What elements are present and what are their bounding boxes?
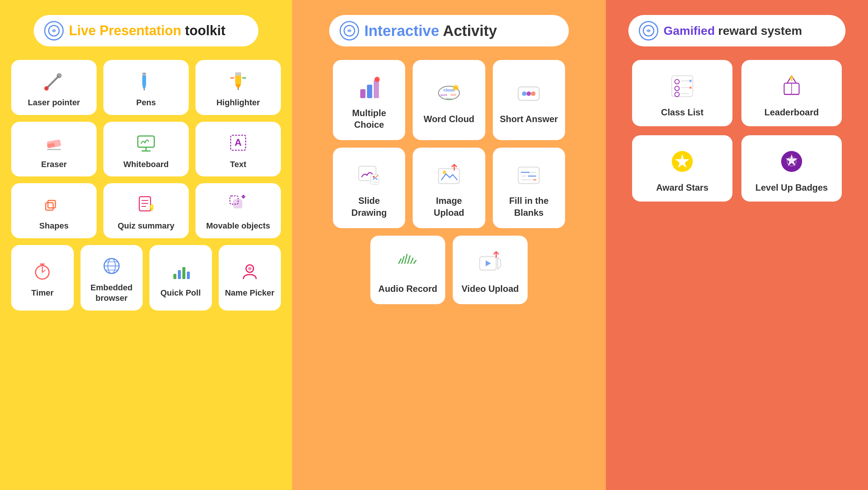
svg-text:ideas: ideas (446, 97, 452, 100)
live-presentation-title: Live Presentation toolkit (69, 23, 225, 39)
quiz-summary-card[interactable]: ★ Quiz summary (103, 183, 189, 238)
quiz-summary-icon: ★ (134, 192, 158, 216)
name-picker-label: Name Picker (225, 288, 274, 299)
embedded-browser-label: Embedded browser (86, 282, 138, 304)
svg-point-104 (675, 79, 679, 84)
svg-rect-78 (438, 169, 459, 184)
svg-rect-74 (371, 175, 379, 184)
svg-rect-34 (234, 200, 242, 208)
svg-marker-98 (486, 260, 491, 266)
embedded-browser-icon (100, 254, 124, 278)
multiple-choice-icon (354, 73, 384, 103)
pens-label: Pens (136, 97, 156, 108)
embedded-browser-card[interactable]: Embedded browser (81, 245, 143, 311)
video-upload-icon (475, 248, 505, 278)
eraser-card[interactable]: Eraser (11, 122, 97, 177)
svg-rect-24 (46, 203, 53, 210)
name-picker-card[interactable]: ? Name Picker (219, 245, 281, 311)
eraser-label: Eraser (41, 159, 67, 170)
svg-rect-12 (235, 72, 241, 76)
audio-record-card[interactable]: Audio Record (370, 236, 445, 304)
class-list-label: Class List (661, 106, 703, 118)
ia-row-1: Multiple Choice cloud word text ideas Wo… (333, 60, 565, 140)
timer-card[interactable]: Timer (11, 245, 74, 311)
short-answer-card[interactable]: Short Answer (493, 60, 565, 140)
leaderboard-card[interactable]: Leaderboard (741, 60, 842, 126)
svg-point-112 (675, 92, 679, 97)
text-card[interactable]: A Text (195, 122, 281, 177)
gamified-reward-title: Gamified reward system (664, 24, 802, 38)
svg-rect-25 (48, 200, 55, 208)
text-icon: A (226, 131, 250, 155)
svg-rect-60 (374, 80, 379, 98)
movable-objects-label: Movable objects (206, 221, 270, 232)
svg-text:word: word (440, 93, 447, 97)
level-up-badges-label: Level Up Badges (755, 182, 828, 193)
quiz-summary-label: Quiz summary (118, 221, 174, 232)
shapes-label: Shapes (39, 221, 69, 232)
svg-point-68 (454, 86, 458, 90)
fill-blanks-label: Fill in the Blanks (500, 195, 558, 218)
quick-poll-card[interactable]: Quick Poll (149, 245, 212, 311)
leaderboard-icon (777, 71, 807, 101)
laser-pointer-card[interactable]: Laser pointer (11, 60, 97, 115)
shapes-icon (42, 192, 66, 216)
svg-line-94 (411, 258, 413, 263)
svg-rect-53 (187, 272, 190, 279)
svg-rect-58 (360, 89, 365, 98)
reward-items-grid: Class List Leaderboard (632, 60, 842, 202)
fill-blanks-card[interactable]: Fill in the Blanks (493, 148, 565, 228)
svg-marker-116 (789, 75, 794, 81)
image-upload-card[interactable]: Image Upload (413, 148, 485, 228)
svg-line-90 (399, 259, 401, 263)
video-upload-card[interactable]: Video Upload (453, 236, 528, 304)
svg-text:?: ? (249, 267, 251, 271)
timer-icon (30, 259, 54, 283)
tools-row-2: Eraser Whiteboard A Text (11, 122, 281, 177)
class-list-icon (667, 71, 697, 101)
shapes-card[interactable]: Shapes (11, 183, 97, 238)
gamified-reward-header: Gamified reward system (628, 15, 846, 46)
audio-record-icon (393, 248, 423, 278)
slide-drawing-card[interactable]: Slide Drawing (333, 148, 405, 228)
interactive-activity-header: Interactive Activity (329, 15, 569, 46)
reward-panel: Gamified reward system (606, 0, 868, 490)
level-up-badges-card[interactable]: Level Up Badges (741, 135, 842, 202)
slide-drawing-label: Slide Drawing (340, 195, 398, 218)
svg-point-4 (45, 87, 48, 90)
short-answer-icon (514, 79, 544, 109)
timer-label: Timer (31, 288, 54, 299)
eraser-icon (42, 131, 66, 155)
ia-row-3: Audio Record Video Upload (370, 236, 528, 304)
award-stars-card[interactable]: Award Stars (632, 135, 732, 202)
laser-pointer-icon (42, 69, 66, 93)
image-upload-icon (434, 160, 464, 190)
pens-card[interactable]: Pens (103, 60, 189, 115)
award-stars-label: Award Stars (656, 182, 708, 193)
multiple-choice-card[interactable]: Multiple Choice (333, 60, 405, 140)
word-cloud-card[interactable]: cloud word text ideas Word Cloud (413, 60, 485, 140)
class-list-card[interactable]: Class List (632, 60, 732, 126)
svg-line-93 (408, 256, 410, 263)
video-upload-label: Video Upload (462, 283, 519, 294)
svg-point-75 (373, 176, 374, 178)
whiteboard-card[interactable]: Whiteboard (103, 122, 189, 177)
highlighter-card[interactable]: Highlighter (195, 60, 281, 115)
image-upload-label: Image Upload (419, 195, 478, 218)
svg-point-61 (374, 77, 380, 82)
svg-line-91 (402, 257, 404, 263)
audio-record-label: Audio Record (378, 283, 437, 294)
svg-rect-19 (138, 136, 154, 147)
whiteboard-icon (134, 131, 158, 155)
svg-line-95 (414, 260, 416, 263)
movable-objects-card[interactable]: Movable objects (195, 183, 281, 238)
highlighter-label: Highlighter (216, 97, 260, 108)
svg-text:text: text (451, 93, 456, 97)
name-picker-icon: ? (238, 259, 262, 283)
svg-rect-52 (182, 267, 185, 279)
svg-text:A: A (235, 137, 242, 148)
level-up-badges-icon (777, 146, 807, 176)
reward-logo-icon (639, 21, 658, 40)
laser-pointer-label: Laser pointer (28, 97, 80, 108)
award-stars-icon (667, 146, 697, 176)
